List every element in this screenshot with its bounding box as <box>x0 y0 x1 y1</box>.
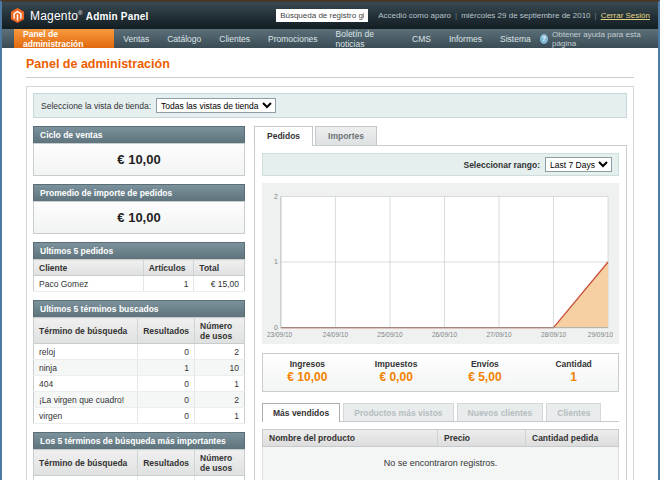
svg-text:1: 1 <box>274 259 278 266</box>
svg-text:27/09/10: 27/09/10 <box>486 331 512 338</box>
nav-system[interactable]: Sistema <box>491 29 540 48</box>
help-globe-icon: ? <box>540 34 548 44</box>
stat-tax: Impuestos € 0,00 <box>352 359 441 384</box>
magento-admin-window: Magento®Admin Panel Accedió como aparo |… <box>0 0 660 480</box>
average-orders-box: Promedio de importe de pedidos € 10,00 <box>33 184 245 234</box>
global-search-input[interactable] <box>276 9 368 22</box>
last-search-terms-table: Término de búsqueda Resultados Número de… <box>33 317 245 424</box>
store-view-select[interactable]: Todas las vistas de tienda <box>156 98 276 113</box>
lifetime-sales-value: € 10,00 <box>33 143 245 176</box>
logout-link[interactable]: Cerrar Sesión <box>601 11 650 20</box>
nav-sales[interactable]: Ventas <box>114 29 158 48</box>
tab-most-viewed[interactable]: Productos más vistos <box>343 403 453 421</box>
stat-quantity: Cantidad 1 <box>529 359 618 384</box>
range-label: Seleccionar rango: <box>463 160 540 170</box>
table-row[interactable]: ninja 1 10 <box>34 476 245 480</box>
svg-text:26/09/10: 26/09/10 <box>432 331 458 338</box>
svg-text:0: 0 <box>274 324 278 331</box>
left-column: Ciclo de ventas € 10,00 Promedio de impo… <box>33 126 245 480</box>
range-select[interactable]: Last 7 Days <box>545 157 612 172</box>
page-content: Panel de administración Seleccione la vi… <box>2 48 658 480</box>
nav-newsletter[interactable]: Boletín de noticias <box>327 29 403 48</box>
table-row[interactable]: ninja 1 10 <box>34 360 245 376</box>
grids-tabs: Más vendidos Productos más vistos Nuevos… <box>262 403 619 422</box>
orders-chart-area: 01223/09/1024/09/1025/09/1026/09/1027/09… <box>262 183 619 344</box>
last-orders-table: Cliente Artículos Total Paco Gomez 1 € 1… <box>33 259 245 292</box>
nav-reports[interactable]: Informes <box>440 29 491 48</box>
right-column: Pedidos Importes Seleccionar rango: Last… <box>254 126 627 480</box>
products-table-header: Nombre del producto Precio Cantidad pedi… <box>262 429 619 447</box>
products-empty-message: No se encontraron registros. <box>262 447 619 480</box>
last-orders-title: Ultimos 5 pedidos <box>33 242 245 259</box>
svg-text:25/09/10: 25/09/10 <box>377 331 403 338</box>
store-view-switcher: Seleccione la vista de tienda: Todas las… <box>33 93 627 118</box>
totals-row: Ingresos € 10,00 Impuestos € 0,00 Envíos… <box>262 353 619 392</box>
magento-logo-icon <box>10 8 25 23</box>
table-row[interactable]: reloj 0 2 <box>34 344 245 360</box>
svg-text:2: 2 <box>274 193 278 200</box>
stat-shipping: Envíos € 5,00 <box>441 359 530 384</box>
nav-promotions[interactable]: Promociones <box>259 29 327 48</box>
svg-text:28/09/10: 28/09/10 <box>541 331 567 338</box>
tab-orders[interactable]: Pedidos <box>254 126 313 146</box>
nav-cms[interactable]: CMS <box>403 29 440 48</box>
table-row[interactable]: 404 0 1 <box>34 376 245 392</box>
orders-panel: Seleccionar rango: Last 7 Days 01223/09/… <box>254 145 627 480</box>
tab-bestsellers[interactable]: Más vendidos <box>262 403 340 422</box>
table-row[interactable]: ¡La virgen que cuadro! 0 2 <box>34 392 245 408</box>
page-title: Panel de administración <box>26 57 634 71</box>
average-orders-title: Promedio de importe de pedidos <box>33 184 245 201</box>
nav-catalog[interactable]: Catálogo <box>158 29 210 48</box>
magento-logo: Magento®Admin Panel <box>10 8 149 23</box>
top-search-terms-title: Los 5 términos de búsqueda más important… <box>33 432 245 449</box>
diagram-tabs: Pedidos Importes <box>254 126 627 145</box>
top-search-terms-table: Término de búsqueda Resultados Número de… <box>33 449 245 480</box>
nav-dashboard[interactable]: Panel de administración <box>14 29 114 48</box>
last-orders-box: Ultimos 5 pedidos Cliente Artículos Tota… <box>33 242 245 292</box>
title-divider <box>26 77 634 78</box>
table-row[interactable]: Paco Gomez 1 € 15,00 <box>34 276 245 292</box>
stat-revenue: Ingresos € 10,00 <box>263 359 352 384</box>
top-search-terms-box: Los 5 términos de búsqueda más important… <box>33 432 245 480</box>
average-orders-value: € 10,00 <box>33 201 245 234</box>
svg-text:29/09/10: 29/09/10 <box>588 331 613 338</box>
orders-chart: 01223/09/1024/09/1025/09/1026/09/1027/09… <box>265 190 613 342</box>
main-nav: Panel de administración Ventas Catálogo … <box>2 29 658 48</box>
user-info: Accedió como aparo | miércoles 29 de sep… <box>378 11 650 20</box>
app-title: Magento®Admin Panel <box>30 9 149 23</box>
top-header: Magento®Admin Panel Accedió como aparo |… <box>2 2 658 29</box>
tab-new-customers[interactable]: Nuevos clientes <box>457 403 544 421</box>
range-bar: Seleccionar rango: Last 7 Days <box>262 153 619 176</box>
dashboard-container: Seleccione la vista de tienda: Todas las… <box>26 86 634 480</box>
current-date: miércoles 29 de septiembre de 2010 <box>461 11 590 20</box>
tab-customers[interactable]: Clientes <box>546 403 601 421</box>
last-search-terms-title: Ultimos 5 términos buscados <box>33 300 245 317</box>
logged-in-as: Accedió como aparo <box>378 11 451 20</box>
svg-text:23/09/10: 23/09/10 <box>267 331 293 338</box>
svg-text:24/09/10: 24/09/10 <box>323 331 349 338</box>
lifetime-sales-box: Ciclo de ventas € 10,00 <box>33 126 245 176</box>
last-search-terms-box: Ultimos 5 términos buscados Término de b… <box>33 300 245 424</box>
tab-amounts[interactable]: Importes <box>315 126 377 145</box>
get-help-link[interactable]: ? Obtener ayuda para esta página <box>540 29 648 48</box>
nav-customers[interactable]: Clientes <box>210 29 259 48</box>
table-row[interactable]: virgen 0 1 <box>34 408 245 424</box>
store-view-label: Seleccione la vista de tienda: <box>41 101 151 111</box>
lifetime-sales-title: Ciclo de ventas <box>33 126 245 143</box>
